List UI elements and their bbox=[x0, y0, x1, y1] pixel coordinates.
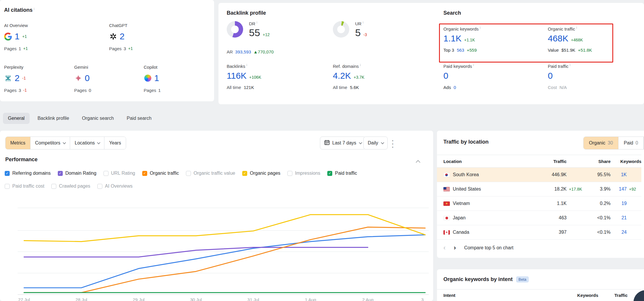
alltime-value: 5.6K bbox=[350, 85, 359, 90]
ads-value[interactable]: 0 bbox=[454, 85, 456, 90]
granularity-button[interactable]: Daily bbox=[363, 137, 388, 149]
checkbox-icon bbox=[97, 184, 102, 189]
more-options-icon[interactable] bbox=[390, 139, 395, 148]
organic-toggle-button[interactable]: Organic30 bbox=[584, 137, 618, 149]
ai-citations-card: AI citationsi AI Overview 1 +1 Pages1+1 … bbox=[0, 0, 214, 101]
checkbox-paid-traffic-cost[interactable]: Paid traffic cost bbox=[5, 184, 44, 189]
date-range-label: Last 7 days bbox=[332, 140, 356, 146]
cost-value: N/A bbox=[560, 85, 567, 90]
competitors-button[interactable]: Competitors bbox=[30, 137, 70, 149]
keywords-link[interactable]: 24 bbox=[611, 230, 627, 235]
organic-keywords-value[interactable]: 1.1K bbox=[443, 33, 462, 43]
checkbox-url-rating[interactable]: URL Rating bbox=[104, 171, 135, 176]
backlinks-value[interactable]: 116K bbox=[227, 71, 247, 81]
checkbox-referring-domains[interactable]: Referring domains bbox=[5, 171, 51, 176]
ur-delta: -3 bbox=[363, 32, 367, 37]
info-icon: i bbox=[473, 63, 474, 67]
tab-paid-search[interactable]: Paid search bbox=[122, 113, 157, 124]
paid-keywords-label: Paid keywords bbox=[443, 64, 472, 69]
top3-delta: +559 bbox=[467, 48, 477, 53]
checkbox-organic-traffic[interactable]: Organic traffic bbox=[142, 171, 179, 176]
engine-perplexity: Perplexity 2 -1 Pages3-1 bbox=[4, 65, 27, 93]
years-label: Years bbox=[109, 140, 121, 146]
ur-label: UR bbox=[355, 21, 362, 26]
location-name: United States bbox=[453, 186, 481, 192]
checkbox-crawled-pages[interactable]: Crawled pages bbox=[51, 184, 90, 189]
pages-label: Pages bbox=[74, 88, 87, 93]
ar-value[interactable]: 393,593 bbox=[235, 49, 251, 54]
paid-keywords-value[interactable]: 0 bbox=[443, 71, 448, 80]
compare-top5-link[interactable]: Compare top 5 on chart bbox=[464, 245, 513, 250]
top3-value[interactable]: 563 bbox=[457, 48, 464, 53]
checkbox-organic-pages[interactable]: Organic pages bbox=[242, 171, 280, 176]
performance-title: Performance bbox=[5, 157, 38, 162]
table-row[interactable]: Canada 397 <0.1% 24 bbox=[437, 225, 641, 240]
tab-organic-search[interactable]: Organic search bbox=[77, 113, 119, 124]
pages-count[interactable]: 0 bbox=[89, 88, 91, 93]
dr-delta: +12 bbox=[263, 32, 270, 37]
checkbox-organic-traffic-value[interactable]: Organic traffic value bbox=[186, 171, 235, 176]
checkbox-label: Referring domains bbox=[12, 171, 51, 176]
date-range-button[interactable]: Last 7 days bbox=[320, 137, 366, 149]
value-delta: +51.8K bbox=[578, 48, 592, 53]
checkbox-impressions[interactable]: Impressions bbox=[287, 171, 320, 176]
table-row[interactable]: United States 18.2K +17.8K 3.9% 147 +92 bbox=[437, 182, 641, 196]
paid-count: 0 bbox=[635, 140, 638, 146]
ur-donut-chart bbox=[333, 21, 349, 38]
tab-general[interactable]: General bbox=[3, 113, 30, 124]
share-value: <0.1% bbox=[590, 230, 611, 235]
pages-count[interactable]: 3 bbox=[19, 88, 21, 93]
pages-label: Pages bbox=[4, 88, 17, 93]
metrics-button[interactable]: Metrics bbox=[6, 137, 30, 149]
paid-label: Paid bbox=[624, 140, 633, 146]
next-page-icon[interactable]: › bbox=[454, 245, 456, 251]
pages-count[interactable]: 3 bbox=[124, 46, 126, 51]
perplexity-icon bbox=[4, 74, 12, 82]
col-keywords: Keywords bbox=[560, 293, 598, 298]
keywords-link[interactable]: 1K bbox=[611, 172, 627, 177]
ref-domains-label: Ref. domains bbox=[333, 64, 359, 69]
tab-backlink-profile[interactable]: Backlink profile bbox=[33, 113, 74, 124]
engine-name: Gemini bbox=[74, 65, 91, 70]
pages-count[interactable]: 1 bbox=[158, 88, 161, 93]
organic-traffic-delta: +468K bbox=[571, 38, 583, 42]
metrics-label: Metrics bbox=[10, 140, 26, 146]
previous-page-icon[interactable]: ‹ bbox=[443, 245, 445, 251]
pages-delta: +1 bbox=[23, 46, 28, 51]
paid-traffic-value[interactable]: 0 bbox=[548, 71, 553, 80]
keywords-link[interactable]: 21 bbox=[611, 215, 627, 221]
location-name: Canada bbox=[453, 230, 469, 235]
alltime-label: All time bbox=[333, 85, 347, 90]
ur-value: 5 bbox=[355, 27, 361, 38]
intent-table-header: Intent Keywords Traffic bbox=[437, 289, 641, 301]
pages-count[interactable]: 1 bbox=[19, 46, 21, 51]
col-share: Share bbox=[590, 159, 611, 164]
locations-button[interactable]: Locations bbox=[70, 137, 105, 149]
ref-domains-value[interactable]: 4.2K bbox=[333, 71, 351, 81]
keywords-link[interactable]: 19 bbox=[611, 201, 627, 206]
col-keywords: Keywords bbox=[611, 159, 641, 164]
years-button[interactable]: Years bbox=[104, 137, 126, 149]
chart-canvas bbox=[0, 198, 431, 296]
table-row[interactable]: South Korea 446.9K 95.5% 1K bbox=[437, 168, 641, 182]
collapse-section-icon[interactable] bbox=[416, 159, 421, 164]
checkbox-domain-rating[interactable]: Domain Rating bbox=[58, 171, 96, 176]
value-amount: $51.9K bbox=[561, 48, 575, 53]
paid-toggle-button[interactable]: Paid0 bbox=[618, 137, 644, 149]
japan-flag-icon bbox=[443, 216, 450, 220]
organic-keywords-delta: +1.1K bbox=[464, 38, 475, 42]
organic-traffic-value[interactable]: 468K bbox=[548, 33, 568, 43]
performance-line-chart[interactable]: 27 Jul28 Jul29 Jul30 Jul31 Jul1 Aug2 Aug… bbox=[0, 198, 433, 301]
keywords-link[interactable]: 147 bbox=[611, 186, 627, 192]
checkbox-ai-overviews[interactable]: AI Overviews bbox=[97, 184, 133, 189]
info-icon: i bbox=[363, 21, 363, 24]
engine-value: 1 bbox=[154, 73, 159, 83]
info-icon: i bbox=[257, 21, 257, 24]
checkbox-paid-traffic[interactable]: Paid traffic bbox=[327, 171, 357, 176]
copilot-icon bbox=[144, 74, 152, 82]
table-row[interactable]: Vietnam 1.1K 0.2% 19 bbox=[437, 196, 641, 211]
table-row[interactable]: Japan 463 <0.1% 21 bbox=[437, 211, 641, 225]
metric-checkbox-row: Referring domains Domain Rating URL Rati… bbox=[5, 171, 357, 176]
checkbox-label: AI Overviews bbox=[105, 184, 133, 189]
pages-label: Pages bbox=[144, 88, 156, 93]
